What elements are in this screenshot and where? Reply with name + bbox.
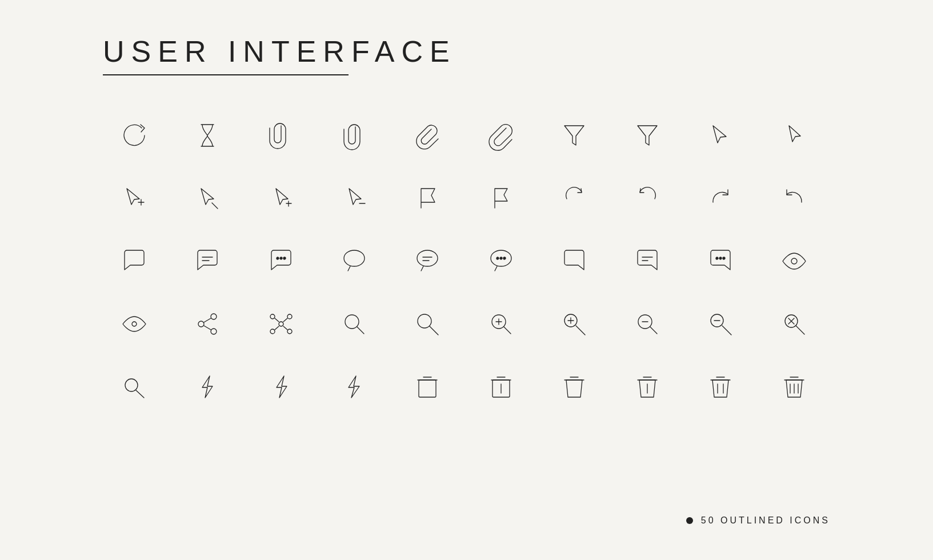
paperclip-vertical-icon[interactable] [250, 110, 313, 161]
search-minus-diagonal-icon[interactable] [689, 298, 752, 350]
trash3-icon[interactable] [543, 361, 606, 413]
lightning2-icon[interactable] [250, 361, 313, 413]
filter-icon[interactable] [543, 110, 606, 161]
svg-line-65 [136, 390, 144, 398]
hourglass-icon[interactable] [176, 110, 239, 161]
refresh-icon[interactable] [103, 110, 166, 161]
cursor-arrow-icon[interactable] [763, 110, 826, 161]
cursor-icon[interactable] [689, 110, 752, 161]
svg-point-24 [719, 257, 722, 259]
search-icon[interactable] [323, 298, 386, 350]
rotate-ccw-icon[interactable] [543, 173, 606, 224]
trash6-icon[interactable] [763, 361, 826, 413]
trash2-icon[interactable] [470, 361, 532, 413]
svg-line-38 [275, 318, 279, 322]
paperclip-diagonal2-icon[interactable] [470, 110, 532, 161]
footer: 50 OUTLINED ICONS [103, 493, 830, 526]
svg-line-47 [504, 327, 511, 334]
svg-point-14 [417, 250, 438, 266]
eye-icon[interactable] [763, 235, 826, 287]
svg-point-37 [287, 329, 292, 334]
svg-marker-0 [564, 126, 584, 145]
svg-point-26 [791, 258, 797, 264]
svg-point-28 [211, 314, 217, 319]
chat-dots2-icon[interactable] [470, 235, 532, 287]
svg-line-43 [357, 327, 364, 334]
footer-count-label: 50 OUTLINED ICONS [701, 515, 830, 526]
search-minus-icon[interactable] [616, 298, 679, 350]
svg-line-58 [722, 326, 731, 335]
lightning-icon[interactable] [176, 361, 239, 413]
svg-point-27 [132, 322, 137, 326]
svg-point-64 [125, 379, 138, 391]
svg-point-12 [283, 257, 286, 259]
svg-point-25 [723, 257, 725, 259]
trash5-icon[interactable] [689, 361, 752, 413]
svg-point-34 [270, 314, 275, 319]
svg-point-23 [716, 257, 718, 259]
share-icon[interactable] [176, 298, 239, 350]
cursor-add-icon[interactable] [250, 173, 313, 224]
svg-line-39 [283, 318, 287, 322]
search-small-icon[interactable] [103, 361, 166, 413]
svg-marker-1 [638, 126, 657, 145]
svg-line-61 [796, 326, 804, 334]
trash-icon[interactable] [396, 361, 459, 413]
search-plus-diagonal-icon[interactable] [543, 298, 606, 350]
svg-point-10 [277, 257, 279, 259]
cursor-select-icon[interactable] [176, 173, 239, 224]
svg-line-51 [576, 326, 585, 335]
svg-point-29 [198, 321, 204, 327]
page-title: USER INTERFACE [103, 34, 830, 69]
chat-dots-icon[interactable] [250, 235, 313, 287]
trash4-icon[interactable] [616, 361, 679, 413]
svg-line-45 [430, 326, 438, 335]
footer-dot [686, 517, 693, 524]
svg-point-11 [280, 257, 282, 259]
chat-bubble-icon[interactable] [103, 235, 166, 287]
svg-point-44 [418, 314, 431, 328]
search-plus-icon[interactable] [470, 298, 532, 350]
cursor-remove-icon[interactable] [323, 173, 386, 224]
svg-point-18 [496, 257, 499, 259]
svg-point-19 [500, 257, 502, 259]
chat-lines-icon[interactable] [176, 235, 239, 287]
rotate-cw-icon[interactable] [616, 173, 679, 224]
svg-point-30 [211, 329, 217, 334]
chat-dots3-icon[interactable] [689, 235, 752, 287]
svg-line-4 [212, 203, 218, 209]
svg-line-55 [650, 327, 657, 334]
chat-oval-icon[interactable] [323, 235, 386, 287]
svg-point-36 [270, 329, 275, 334]
undo-icon[interactable] [763, 173, 826, 224]
title-underline [103, 74, 349, 75]
svg-point-35 [287, 314, 292, 319]
paperclip-diagonal-icon[interactable] [396, 110, 459, 161]
svg-line-32 [204, 326, 211, 330]
chat-bubble2-icon[interactable] [543, 235, 606, 287]
eye2-icon[interactable] [103, 298, 166, 350]
svg-point-13 [344, 250, 365, 266]
paperclip-icon[interactable] [323, 110, 386, 161]
chat-lines3-icon[interactable] [616, 235, 679, 287]
filter-outline-icon[interactable] [616, 110, 679, 161]
svg-line-40 [275, 326, 279, 330]
cursor-plus-icon[interactable] [103, 173, 166, 224]
svg-line-41 [283, 326, 287, 330]
flag-icon[interactable] [396, 173, 459, 224]
svg-rect-67 [419, 380, 436, 397]
svg-point-42 [345, 315, 359, 329]
svg-line-31 [204, 318, 211, 322]
icon-grid [103, 110, 830, 413]
svg-point-20 [503, 257, 506, 259]
search-x-icon[interactable] [763, 298, 826, 350]
chat-lines2-icon[interactable] [396, 235, 459, 287]
flag-fill-icon[interactable] [470, 173, 532, 224]
search-diagonal-icon[interactable] [396, 298, 459, 350]
redo-icon[interactable] [689, 173, 752, 224]
title-section: USER INTERFACE [103, 34, 830, 75]
network-icon[interactable] [250, 298, 313, 350]
svg-point-33 [279, 322, 283, 326]
lightning3-icon[interactable] [323, 361, 386, 413]
